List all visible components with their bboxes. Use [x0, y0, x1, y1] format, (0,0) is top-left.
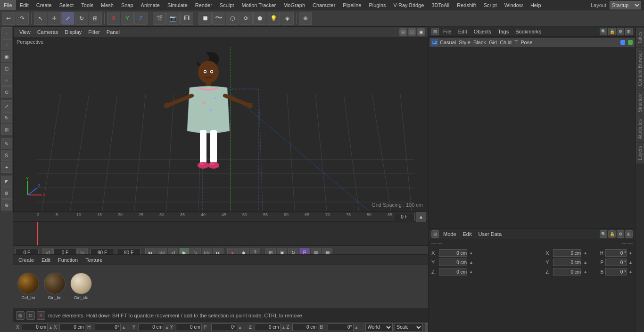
snap-button[interactable]: ⊕ [299, 12, 312, 25]
transform-tool-button[interactable]: ⊞ [89, 12, 102, 25]
rp-lock-icon[interactable]: 🔒 [608, 28, 616, 35]
attr-b-input[interactable] [605, 268, 627, 275]
side-tab-layers[interactable]: Layers [636, 143, 644, 163]
ls-point-mode[interactable]: · [1, 27, 12, 39]
om-edit[interactable]: Edit [456, 29, 470, 34]
vp-icon-3[interactable]: ▣ [417, 28, 425, 36]
mat-menu-create[interactable]: Create [16, 257, 36, 263]
ls-edge-mode[interactable]: ⟋ [1, 39, 12, 50]
menu-render[interactable]: Render [191, 0, 216, 10]
ls-tool-5[interactable]: S [1, 150, 12, 161]
attr-z-pos-up[interactable]: ▲ [469, 269, 473, 274]
attr-search-icon[interactable]: 🔍 [600, 230, 607, 238]
menu-simulate[interactable]: Simulate [164, 0, 191, 10]
attr-y-pos-input[interactable] [439, 259, 467, 266]
tf-p-input[interactable] [211, 324, 237, 331]
tf-b-input[interactable] [328, 324, 354, 331]
deformer-button[interactable]: ⟳ [239, 12, 253, 25]
light-button[interactable]: 💡 [267, 12, 280, 25]
viewport-canvas[interactable]: Perspective [14, 37, 428, 211]
om-bookmarks[interactable]: Bookmarks [513, 29, 544, 34]
ls-object-mode[interactable]: ○ [1, 74, 12, 86]
status-icon-3[interactable]: ✕ [37, 311, 45, 320]
attr-z-size-input[interactable] [553, 268, 581, 275]
menu-edit[interactable]: Edit [16, 0, 33, 10]
menu-sculpt[interactable]: Sculpt [216, 0, 238, 10]
menu-plugins[interactable]: Plugins [365, 0, 389, 10]
attr-z-size-up[interactable]: ▲ [583, 269, 587, 274]
ls-tool-6[interactable]: ✦ [1, 162, 12, 173]
om-objects[interactable]: Objects [471, 29, 494, 34]
ls-tool-2[interactable]: ↻ [1, 112, 12, 123]
menu-3dtoall[interactable]: 3DToAll [428, 0, 453, 10]
menu-animate[interactable]: Animate [137, 0, 164, 10]
attr-p-up[interactable]: ▲ [628, 260, 633, 265]
status-icon-1[interactable]: ◎ [16, 311, 25, 320]
om-file[interactable]: File [441, 29, 454, 34]
attr-y-size-up[interactable]: ▲ [583, 260, 587, 265]
attr-edit[interactable]: Edit [461, 231, 474, 237]
menu-pipeline[interactable]: Pipeline [339, 0, 365, 10]
tf-x2-input[interactable] [59, 324, 85, 331]
attr-y-size-input[interactable] [553, 259, 581, 266]
frame-up-btn[interactable]: ▲ [416, 212, 426, 222]
status-icon-2[interactable]: □ [26, 311, 35, 320]
x-axis-button[interactable]: X [107, 12, 120, 25]
timeline-tracks[interactable] [13, 222, 428, 245]
attr-grid-icon[interactable]: ⊞ [431, 230, 439, 238]
tf-z-input[interactable] [255, 324, 281, 331]
undo-button[interactable]: ↩ [2, 12, 15, 25]
menu-tools[interactable]: Tools [77, 0, 97, 10]
spline-button[interactable]: 〜 [212, 12, 225, 25]
menu-vray[interactable]: V-Ray Bridge [390, 0, 428, 10]
om-item-0[interactable]: L0 Casual_Style_Black_Girl_Child_T_Pose [429, 38, 635, 47]
attr-x-pos-input[interactable] [439, 249, 467, 257]
attr-mode[interactable]: Mode [441, 231, 459, 237]
material-1[interactable]: Girl_bo [16, 273, 41, 301]
menu-help[interactable]: Help [527, 0, 545, 10]
side-tab-takes[interactable]: Takes [636, 28, 644, 47]
vp-menu-view[interactable]: View [17, 27, 33, 37]
ls-poly-mode[interactable]: ▣ [1, 51, 12, 62]
y-axis-button[interactable]: Y [121, 12, 134, 25]
menu-mesh[interactable]: Mesh [97, 0, 117, 10]
vp-menu-filter[interactable]: Filter [85, 27, 102, 37]
om-content[interactable]: L0 Casual_Style_Black_Girl_Child_T_Pose [429, 37, 636, 228]
mat-menu-edit[interactable]: Edit [39, 257, 53, 263]
ls-tool-9[interactable]: ⊛ [1, 199, 12, 211]
mat-menu-texture[interactable]: Texture [83, 257, 105, 263]
render-view-button[interactable]: 🎬 [153, 12, 166, 25]
ls-tool-3[interactable]: ⊞ [1, 124, 12, 135]
rp-search-icon[interactable]: 🔍 [600, 28, 607, 35]
mat-menu-function[interactable]: Function [56, 257, 80, 263]
world-dropdown[interactable]: World Object Camera [365, 323, 393, 332]
attr-expand-icon[interactable]: ⊞ [625, 230, 633, 238]
vp-icon-2[interactable]: ⊡ [408, 28, 416, 36]
side-tab-content-browser[interactable]: Content Browser [636, 48, 644, 89]
tf-y2-input[interactable] [176, 324, 202, 331]
ls-model-mode[interactable]: ◻ [1, 63, 12, 74]
null-button[interactable]: ◈ [281, 12, 294, 25]
cube-button[interactable]: 🔲 [198, 12, 212, 25]
redo-button[interactable]: ↷ [16, 12, 29, 25]
vp-menu-display[interactable]: Display [62, 27, 84, 37]
menu-script[interactable]: Script [480, 0, 501, 10]
rp-expand-icon[interactable]: ⊞ [625, 28, 633, 35]
attr-p-input[interactable] [605, 259, 627, 266]
menu-select[interactable]: Select [56, 0, 78, 10]
attr-x-size-input[interactable] [553, 249, 581, 257]
attr-y-pos-up[interactable]: ▲ [469, 260, 473, 265]
side-tab-attributes[interactable]: Attributes [636, 116, 644, 142]
tf-y-input[interactable] [138, 324, 164, 331]
attr-b-up[interactable]: ▲ [628, 269, 633, 274]
frame-input-right[interactable] [394, 213, 415, 221]
rp-config-icon[interactable]: ⚙ [617, 28, 624, 35]
menu-motion-tracker[interactable]: Motion Tracker [238, 0, 280, 10]
ls-scene-mode[interactable]: ⊙ [1, 86, 12, 97]
attr-x-pos-up[interactable]: ▲ [469, 251, 473, 255]
scale-dropdown[interactable]: Scale Position Rotation [395, 323, 423, 332]
ls-tool-1[interactable]: ⤢ [1, 100, 12, 112]
rp-icon-grid[interactable]: ⊞ [431, 28, 439, 35]
layout-dropdown[interactable]: Startup Standard [610, 1, 641, 9]
side-tab-structure[interactable]: Structure [636, 90, 644, 116]
